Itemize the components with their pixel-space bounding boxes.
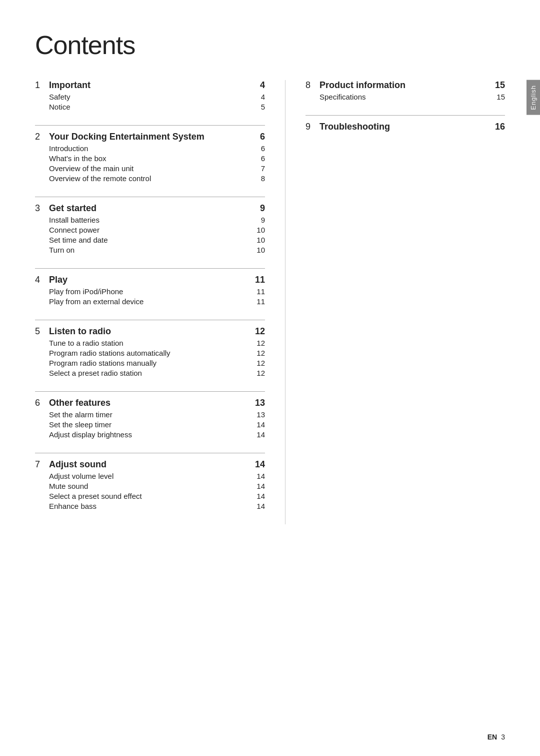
- toc-section: 3Get started9Install batteries9Connect p…: [35, 197, 265, 254]
- toc-section: 5Listen to radio12Tune to a radio statio…: [35, 320, 265, 377]
- toc-section-number: 3: [35, 203, 46, 214]
- toc-section-number: 8: [306, 80, 316, 91]
- toc-sub-row: Adjust volume level14: [35, 472, 265, 480]
- toc-sub-page: 9: [253, 216, 265, 224]
- toc-sub-page: 12: [253, 349, 265, 357]
- toc-sub-row: Play from an external device11: [35, 297, 265, 306]
- section-divider: [35, 197, 265, 197]
- toc-sub-row: Introduction6: [35, 144, 265, 153]
- toc-left-column: 1Important4Safety4Notice52Your Docking E…: [35, 80, 285, 524]
- toc-section-page: 13: [253, 398, 265, 408]
- toc-section: 1Important4Safety4Notice5: [35, 80, 265, 111]
- toc-section-number: 6: [35, 398, 46, 408]
- toc-sub-text: Program radio stations automatically: [49, 349, 253, 357]
- toc-sub-row: Select a preset sound effect14: [35, 492, 265, 500]
- toc-section-title: Product information: [320, 80, 493, 91]
- toc-sub-page: 14: [253, 492, 265, 500]
- toc-section: 2Your Docking Entertainment System6Intro…: [35, 125, 265, 183]
- toc-sub-row: Program radio stations manually12: [35, 359, 265, 367]
- toc-columns: 1Important4Safety4Notice52Your Docking E…: [35, 80, 505, 524]
- toc-sub-page: 12: [253, 339, 265, 347]
- toc-sub-row: Select a preset radio station12: [35, 369, 265, 377]
- toc-sub-text: Overview of the remote control: [49, 174, 253, 183]
- section-divider: [35, 268, 265, 269]
- language-tab: English: [526, 80, 540, 115]
- toc-right-column: 8Product information15Specifications159T…: [285, 80, 505, 524]
- toc-section-title: Listen to radio: [49, 326, 253, 337]
- toc-section-number: 2: [35, 132, 46, 142]
- toc-sub-text: Overview of the main unit: [49, 164, 253, 173]
- toc-sub-row: Set the sleep timer14: [35, 420, 265, 429]
- toc-section-title: Get started: [49, 203, 253, 214]
- toc-main-row: 1Important4: [35, 80, 265, 91]
- toc-main-row: 6Other features13: [35, 398, 265, 408]
- page: English Contents 1Important4Safety4Notic…: [0, 0, 540, 756]
- section-divider: [35, 453, 265, 453]
- toc-section-page: 12: [253, 326, 265, 337]
- toc-sub-row: Overview of the main unit7: [35, 164, 265, 173]
- toc-sub-row: Mute sound14: [35, 482, 265, 490]
- toc-main-row: 4Play11: [35, 275, 265, 285]
- toc-sub-row: Turn on10: [35, 246, 265, 254]
- page-title: Contents: [35, 30, 505, 60]
- section-divider: [35, 125, 265, 126]
- toc-sub-text: Introduction: [49, 144, 253, 153]
- toc-sub-row: Connect power10: [35, 226, 265, 234]
- toc-sub-row: Play from iPod/iPhone11: [35, 287, 265, 296]
- toc-sub-text: Adjust display brightness: [49, 430, 253, 439]
- toc-section-title: Troubleshooting: [320, 122, 493, 132]
- toc-sub-page: 14: [253, 482, 265, 490]
- toc-sub-page: 6: [253, 144, 265, 153]
- toc-sub-text: Notice: [49, 103, 253, 111]
- toc-sub-text: Install batteries: [49, 216, 253, 224]
- toc-sub-row: Set the alarm timer13: [35, 410, 265, 419]
- toc-sub-text: What's in the box: [49, 154, 253, 163]
- toc-sub-page: 7: [253, 164, 265, 173]
- toc-sub-text: Select a preset sound effect: [49, 492, 253, 500]
- toc-sub-text: Set time and date: [49, 236, 253, 244]
- toc-sub-page: 8: [253, 174, 265, 183]
- toc-sub-page: 6: [253, 154, 265, 163]
- toc-main-row: 9Troubleshooting16: [306, 122, 505, 132]
- toc-sub-page: 12: [253, 369, 265, 377]
- toc-main-row: 2Your Docking Entertainment System6: [35, 132, 265, 142]
- toc-sub-text: Turn on: [49, 246, 253, 254]
- toc-sub-text: Enhance bass: [49, 502, 253, 510]
- toc-section-page: 9: [253, 203, 265, 214]
- toc-sub-page: 5: [253, 103, 265, 111]
- toc-sub-page: 10: [253, 246, 265, 254]
- toc-sub-page: 14: [253, 430, 265, 439]
- toc-sub-row: Enhance bass14: [35, 502, 265, 510]
- toc-sub-text: Program radio stations manually: [49, 359, 253, 367]
- section-divider: [35, 391, 265, 392]
- toc-sub-row: Install batteries9: [35, 216, 265, 224]
- language-label: English: [530, 85, 537, 110]
- toc-sub-page: 14: [253, 502, 265, 510]
- toc-sub-text: Mute sound: [49, 482, 253, 490]
- toc-section-number: 4: [35, 275, 46, 285]
- toc-section-title: Important: [49, 80, 253, 91]
- toc-sub-row: Program radio stations automatically12: [35, 349, 265, 357]
- toc-sub-text: Connect power: [49, 226, 253, 234]
- section-divider: [35, 320, 265, 320]
- toc-sub-page: 10: [253, 226, 265, 234]
- toc-section: 9Troubleshooting16: [306, 115, 505, 132]
- toc-sub-page: 13: [253, 410, 265, 419]
- toc-sub-row: Overview of the remote control8: [35, 174, 265, 183]
- toc-section: 8Product information15Specifications15: [306, 80, 505, 101]
- toc-main-row: 5Listen to radio12: [35, 326, 265, 337]
- toc-section: 4Play11Play from iPod/iPhone11Play from …: [35, 268, 265, 306]
- toc-sub-text: Set the sleep timer: [49, 420, 253, 429]
- toc-sub-row: Set time and date10: [35, 236, 265, 244]
- toc-section-page: 14: [253, 459, 265, 470]
- toc-section-title: Adjust sound: [49, 459, 253, 470]
- toc-main-row: 8Product information15: [306, 80, 505, 91]
- toc-sub-text: Set the alarm timer: [49, 410, 253, 419]
- toc-section-title: Your Docking Entertainment System: [49, 132, 253, 142]
- toc-section-page: 11: [253, 275, 265, 285]
- footer-page-number: 3: [501, 733, 505, 741]
- toc-section-number: 9: [306, 122, 316, 132]
- toc-section: 6Other features13Set the alarm timer13Se…: [35, 391, 265, 439]
- toc-main-row: 3Get started9: [35, 203, 265, 214]
- toc-section-page: 4: [253, 80, 265, 91]
